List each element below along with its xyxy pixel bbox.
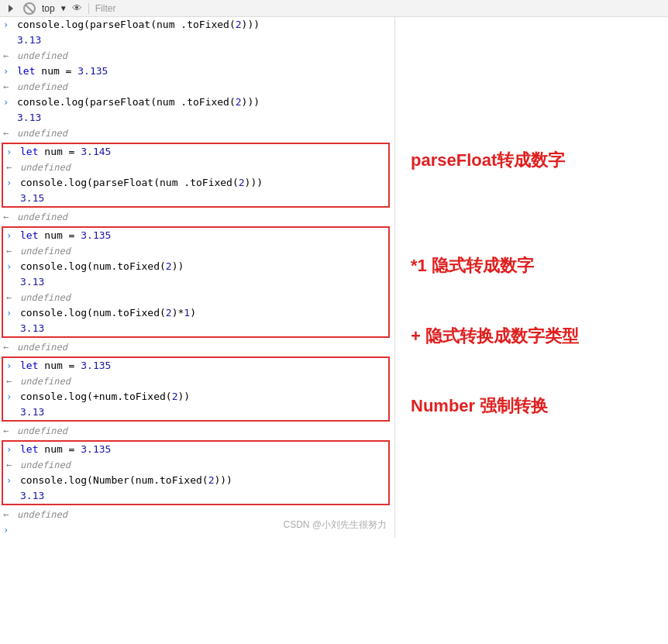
row-code: let num = 3.135 (20, 228, 385, 243)
input-prefix: › (6, 228, 20, 243)
input-prefix: › (6, 442, 20, 457)
console-row: 3.13 (3, 405, 388, 420)
console-row: › let num = 3.145 (3, 144, 388, 160)
section4-bordered: › let num = 3.135 ← undefined › console.… (2, 440, 390, 505)
return-prefix: ← (6, 374, 20, 389)
spacer4 (411, 356, 653, 394)
output-value: 3.15 (20, 191, 385, 206)
input-prefix: › (6, 389, 20, 405)
undefined-text: undefined (17, 339, 391, 355)
eye-filter-icon[interactable]: 👁 (72, 2, 82, 14)
console-row: › console.log(parseFloat(num .toFixed(2)… (3, 175, 388, 191)
devtools-toolbar: top ▼ 👁 Filter (0, 0, 668, 17)
console-row: ← undefined (0, 423, 394, 439)
row-code: let num = 3.135 (20, 358, 385, 374)
undefined-text: undefined (17, 209, 391, 225)
spacer3 (411, 286, 653, 325)
row-code: console.log(parseFloat(num .toFixed(2))) (17, 95, 391, 110)
input-prefix: › (6, 175, 20, 191)
console-row: › console.log(Number(num.toFixed(2))) (3, 473, 388, 488)
console-row: 3.13 (3, 274, 388, 290)
annotation-section4: Number 强制转换 (411, 394, 653, 418)
annotation1-text: parseFloat转成数字 (411, 149, 653, 173)
console-row: › let num = 3.135 (3, 228, 388, 243)
undefined-text: undefined (20, 160, 385, 175)
return-prefix: ← (3, 507, 17, 522)
console-row: 3.13 (3, 488, 388, 504)
annotation3-text: + 隐式转换成数字类型 (411, 325, 653, 349)
row-code: console.log(Number(num.toFixed(2))) (20, 473, 385, 488)
input-prefix: › (6, 305, 20, 321)
row-code: console.log(num.toFixed(2)*1) (20, 305, 385, 321)
annotation4-text: Number 强制转换 (411, 394, 653, 418)
annotation-section3: + 隐式转换成数字类型 (411, 325, 653, 349)
console-row: › let num = 3.135 (3, 358, 388, 374)
output-value: 3.13 (20, 405, 385, 420)
console-row: › console.log(num.toFixed(2)*1) (3, 305, 388, 321)
console-row: ← undefined (0, 339, 394, 355)
console-row: › console.log(num.toFixed(2)) (3, 259, 388, 274)
return-prefix: ← (3, 48, 17, 64)
console-row: › let num = 3.135 (3, 442, 388, 457)
clear-console-icon[interactable] (23, 2, 36, 15)
undefined-text: undefined (17, 126, 391, 141)
watermark: CSDN @小刘先生很努力 (283, 518, 387, 532)
console-content: › console.log(parseFloat(num .toFixed(2)… (0, 17, 668, 538)
undefined-text: undefined (17, 48, 391, 64)
input-prefix: › (6, 259, 20, 274)
annotation2-text: *1 隐式转成数字 (411, 254, 653, 278)
filter-input-label[interactable]: Filter (95, 3, 116, 14)
input-prefix: › (3, 17, 17, 33)
undefined-text: undefined (20, 457, 385, 473)
console-row: ← undefined (0, 79, 394, 95)
undefined-text: undefined (20, 290, 385, 305)
console-row: › console.log(+num.toFixed(2)) (3, 389, 388, 405)
console-row: ← undefined (0, 126, 394, 141)
spacer1 (411, 25, 653, 149)
output-value: 3.13 (20, 321, 385, 336)
console-row: ← undefined (3, 290, 388, 305)
row-code: console.log(+num.toFixed(2)) (20, 389, 385, 405)
return-prefix: ← (6, 160, 20, 175)
console-row: ← undefined (3, 457, 388, 473)
console-row: ← undefined (3, 374, 388, 389)
section2-bordered: › let num = 3.135 ← undefined › console.… (2, 226, 390, 338)
row-code: console.log(parseFloat(num .toFixed(2))) (20, 175, 385, 191)
console-row: › let num = 3.135 (0, 64, 394, 79)
console-row: › console.log(parseFloat(num .toFixed(2)… (0, 17, 394, 33)
undefined-text: undefined (17, 79, 391, 95)
console-row: 3.13 (0, 33, 394, 48)
undefined-text: undefined (20, 374, 385, 389)
undefined-text: undefined (17, 423, 391, 439)
return-prefix: ← (3, 423, 17, 439)
toolbar-separator (88, 3, 89, 14)
input-prefix: › (6, 144, 20, 160)
context-dropdown-arrow[interactable]: ▼ (61, 4, 66, 12)
output-value: 3.13 (17, 33, 391, 48)
return-prefix: ← (3, 126, 17, 141)
row-code: let num = 3.135 (17, 64, 391, 79)
output-value: 3.13 (20, 274, 385, 290)
return-prefix: ← (6, 243, 20, 259)
row-code: let num = 3.135 (20, 442, 385, 457)
annotation-section2: *1 隐式转成数字 (411, 254, 653, 278)
back-icon[interactable] (5, 2, 17, 15)
input-prefix: › (3, 522, 17, 538)
input-prefix: › (6, 358, 20, 374)
context-dropdown-label: top (42, 3, 55, 14)
return-prefix: ← (3, 209, 17, 225)
input-prefix: › (3, 64, 17, 79)
output-value: 3.13 (20, 488, 385, 504)
input-prefix: › (6, 473, 20, 488)
return-prefix: ← (6, 290, 20, 305)
section3-bordered: › let num = 3.135 ← undefined › console.… (2, 356, 390, 422)
console-row: › console.log(parseFloat(num .toFixed(2)… (0, 95, 394, 110)
section1-bordered: › let num = 3.145 ← undefined › console.… (2, 143, 390, 208)
input-prefix: › (3, 95, 17, 110)
row-code: let num = 3.145 (20, 144, 385, 160)
output-value: 3.13 (17, 110, 391, 126)
undefined-text: undefined (20, 243, 385, 259)
row-code: console.log(num.toFixed(2)) (20, 259, 385, 274)
console-row: ← undefined (3, 243, 388, 259)
console-row: 3.13 (0, 110, 394, 126)
